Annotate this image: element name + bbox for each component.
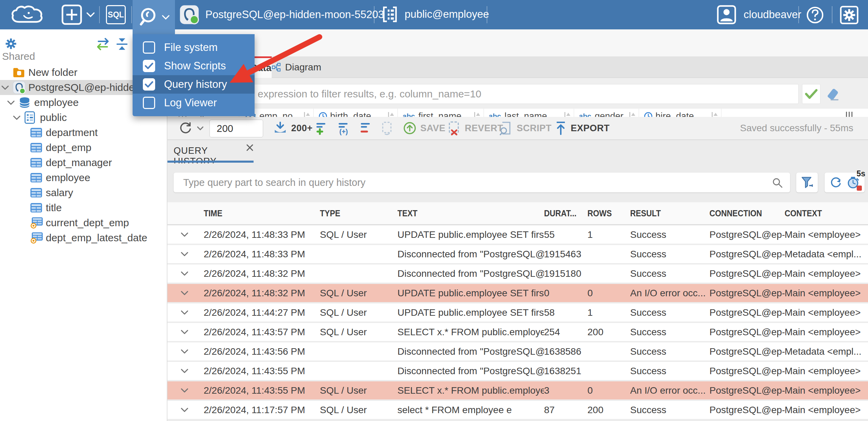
history-row[interactable]: 2/26/2024, 11:48:33 PMDisconnected from … [167,245,868,263]
row-expander-icon[interactable] [167,407,204,412]
history-row[interactable]: 2/26/2024, 11:43:55 PMSQL / UserSELECT x… [167,381,868,399]
script-button[interactable]: SCRIPT [499,117,552,139]
row-expander-icon[interactable] [167,388,204,393]
duplicate-row-button[interactable]: (+) [337,117,352,139]
revert-button[interactable]: REVERT [447,117,503,139]
row-expander-icon[interactable] [167,349,204,354]
history-row[interactable]: 2/26/2024, 11:48:32 PMDisconnected from … [167,264,868,283]
history-refresh-controls[interactable]: 5s [825,173,865,192]
tools-menu-button[interactable] [133,0,175,34]
fetch-more-button[interactable]: 200+ [273,117,313,139]
menu-item-log-viewer[interactable]: Log Viewer [133,94,255,112]
tab-diagram[interactable]: Diagram [272,56,321,78]
column-settings-icon[interactable] [845,111,854,117]
cell-result: An I/O error occ... [630,385,709,396]
history-column-time[interactable]: TIME [204,208,320,219]
row-expander-icon[interactable] [167,310,204,315]
row-expander-icon[interactable] [167,271,204,276]
tree-expander-icon[interactable] [7,100,18,105]
tree-item-label: public [40,112,67,123]
export-button[interactable]: EXPORT [554,117,610,139]
history-column-connection[interactable]: CONNECTION [709,208,785,219]
tab-query-history[interactable]: QUERY HISTORY [167,140,254,163]
history-row[interactable]: 2/26/2024, 11:43:56 PMDisconnected from … [167,342,868,361]
sync-connection-icon[interactable] [95,37,111,53]
help-icon [806,6,824,24]
tree-item-department[interactable]: department [0,125,167,140]
menu-item-query-history[interactable]: Query history [133,75,255,94]
add-row-button[interactable] [315,117,329,139]
cloudbeaver-logo-icon[interactable] [9,4,47,26]
sort-icon[interactable] [387,111,395,117]
row-limit-input[interactable] [209,120,263,137]
history-column-durat[interactable]: DURAT... [544,208,587,219]
history-row[interactable]: 2/26/2024, 11:43:57 PMSQL / UserSELECT x… [167,323,868,341]
refresh-results-button[interactable] [178,117,204,139]
new-connection-button[interactable] [61,4,95,26]
history-row[interactable]: 2/26/2024, 11:48:32 PMSQL / UserUPDATE p… [167,284,868,302]
query-history-search-input[interactable] [174,173,790,192]
tree-expander-icon[interactable] [1,85,13,90]
grid-column-birth-date[interactable]: birth_date [314,109,398,117]
navigator-settings-gear-icon[interactable] [3,36,18,53]
history-row[interactable]: 2/26/2024, 11:48:33 PMSQL / UserUPDATE p… [167,226,868,244]
connection-selector[interactable]: PostgreSQL@ep-hidden-moon-55203 [179,5,384,25]
history-column-context[interactable]: CONTEXT [785,208,868,219]
sort-icon[interactable] [711,111,718,117]
tree-item-salary[interactable]: salary [0,185,167,200]
delete-row-button[interactable] [360,117,374,139]
row-expander-icon[interactable] [167,232,204,237]
clear-filter-eraser-icon[interactable] [824,87,840,103]
tree-expander-icon[interactable] [13,115,24,120]
help-button[interactable] [806,6,824,24]
history-column-result[interactable]: RESULT [630,208,709,219]
history-column-rows[interactable]: ROWS [587,208,630,219]
checkbox-icon[interactable] [143,41,155,54]
history-filter-button[interactable] [796,173,818,192]
sort-icon[interactable] [564,111,571,117]
tree-item-employee[interactable]: employee [0,170,167,185]
grid-column-first-name[interactable]: abcfirst_name [398,109,484,117]
grid-column-gender[interactable]: abcgender [574,109,639,117]
row-expander-icon[interactable] [167,368,204,374]
filter-expression-input[interactable] [173,84,799,104]
save-button[interactable]: SAVE [403,117,446,139]
row-expander-icon[interactable] [167,290,204,296]
apply-filter-button[interactable] [802,84,820,104]
tree-item-dept-manager[interactable]: dept_manager [0,155,167,170]
grid-column-last-name[interactable]: abclast_name [484,109,574,117]
sort-icon[interactable] [628,111,636,117]
sort-icon[interactable] [473,111,481,117]
data-filter-bar [167,78,868,109]
user-menu[interactable]: cloudbeaver [716,4,801,25]
cell-type: SQL / User [320,229,397,240]
shared-section-label: Shared [2,51,35,62]
sql-editor-button[interactable]: SQL [106,5,126,24]
row-expander-icon[interactable] [167,329,204,335]
settings-button[interactable] [839,5,859,25]
revert-cell-button[interactable] [380,117,394,139]
checkbox-icon[interactable] [143,97,155,109]
checkbox-icon[interactable] [143,60,155,72]
history-column-text[interactable]: TEXT [397,208,544,219]
cell-result: Success [630,249,709,260]
history-row[interactable]: 2/26/2024, 11:44:27 PMSQL / UserUPDATE p… [167,303,868,322]
checkbox-icon[interactable] [143,78,155,91]
menu-item-show-scripts[interactable]: Show Scripts [133,57,255,75]
tree-item-current-dept-emp[interactable]: current_dept_emp [0,215,167,230]
postgresql-connection-icon [179,5,199,25]
tree-item-title[interactable]: title [0,200,167,215]
collapse-all-icon[interactable] [115,37,129,53]
grid-column-hire-date[interactable]: hire_date [639,109,721,117]
close-tab-icon[interactable] [245,143,255,154]
schema-selector[interactable]: public@employee [382,5,489,23]
sort-icon[interactable] [303,111,311,117]
cell-context: Main <employee> [785,229,868,240]
row-expander-icon[interactable] [167,252,204,257]
history-column-type[interactable]: TYPE [320,208,397,219]
tree-item-dept-emp-latest-date[interactable]: dept_emp_latest_date [0,230,167,245]
history-row[interactable]: 2/26/2024, 11:43:55 PMDisconnected from … [167,362,868,380]
menu-item-file-system[interactable]: File system [133,38,255,57]
history-row[interactable]: 2/26/2024, 11:17:57 PMSQL / Userselect *… [167,401,868,419]
tree-item-dept-emp[interactable]: dept_emp [0,140,167,155]
